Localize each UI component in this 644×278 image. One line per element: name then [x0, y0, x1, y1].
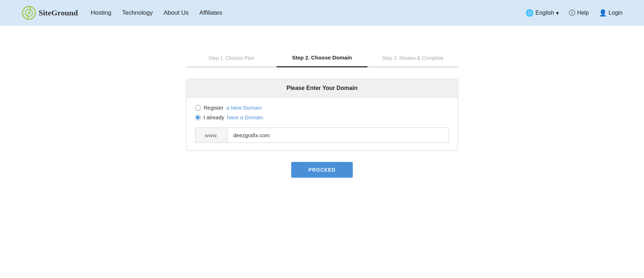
register-new-domain-radio[interactable]	[195, 105, 201, 111]
login-label: Login	[609, 10, 623, 16]
www-prefix: www.	[195, 128, 228, 143]
nav-link-technology[interactable]: Technology	[122, 9, 153, 16]
step-1[interactable]: Step 1. Choose Plan	[186, 55, 277, 67]
nav-link-hosting[interactable]: Hosting	[91, 9, 112, 16]
domain-input-wrap: www.	[195, 128, 449, 143]
step-2-label: Step 2. Choose Domain	[292, 54, 352, 63]
step-2[interactable]: Step 2. Choose Domain	[277, 54, 367, 67]
proceed-wrap: PROCEED	[291, 162, 353, 178]
domain-input[interactable]	[228, 128, 449, 143]
nav-item-affiliates[interactable]: Affiliates	[199, 9, 222, 16]
step-1-label: Step 1. Choose Plan	[208, 55, 254, 64]
nav-link-affiliates[interactable]: Affiliates	[199, 9, 222, 16]
user-icon: 👤	[599, 9, 607, 17]
navbar-left: SiteGround Hosting Technology About Us A…	[21, 5, 222, 20]
already-have-domain-radio[interactable]	[195, 115, 201, 120]
nav-item-technology[interactable]: Technology	[122, 9, 153, 16]
domain-card-header: Please Enter Your Domain	[186, 79, 458, 97]
logo-icon	[21, 5, 36, 20]
stepper: Step 1. Choose Plan Step 2. Choose Domai…	[186, 54, 458, 67]
navbar-right: 🌐 English ▾ ⓘ Help 👤 Login	[526, 9, 623, 17]
nav-item-hosting[interactable]: Hosting	[91, 9, 112, 16]
already-have-domain-option[interactable]: I already have a Domain	[195, 114, 449, 120]
language-icon: 🌐	[526, 9, 533, 17]
domain-card-body: Register a New Domain I already have a D…	[186, 97, 458, 150]
nav-link-about-us[interactable]: About Us	[164, 9, 189, 16]
language-label: English	[535, 10, 554, 16]
register-new-domain-option[interactable]: Register a New Domain	[195, 105, 449, 111]
navbar: SiteGround Hosting Technology About Us A…	[0, 0, 644, 26]
already-label: I already	[204, 114, 224, 120]
domain-card-title: Please Enter Your Domain	[287, 85, 358, 91]
main-content: Step 1. Choose Plan Step 2. Choose Domai…	[0, 26, 644, 178]
have-domain-link[interactable]: have a Domain	[227, 114, 263, 120]
help-label: Help	[577, 10, 589, 16]
help-icon: ⓘ	[569, 9, 575, 17]
logo-text: SiteGround	[39, 8, 78, 18]
language-selector[interactable]: 🌐 English ▾	[526, 9, 558, 17]
chevron-down-icon: ▾	[556, 10, 559, 16]
proceed-button[interactable]: PROCEED	[291, 162, 353, 178]
nav-item-about-us[interactable]: About Us	[164, 9, 189, 16]
help-link[interactable]: ⓘ Help	[569, 9, 589, 17]
new-domain-link[interactable]: a New Domain	[226, 105, 262, 111]
step-3-label: Step 3. Review & Complete	[382, 55, 443, 64]
step-3[interactable]: Step 3. Review & Complete	[367, 55, 458, 67]
login-link[interactable]: 👤 Login	[599, 9, 623, 17]
logo[interactable]: SiteGround	[21, 5, 78, 20]
nav-links: Hosting Technology About Us Affiliates	[91, 9, 223, 16]
domain-card: Please Enter Your Domain Register a New …	[186, 79, 458, 150]
register-label: Register	[204, 105, 224, 111]
